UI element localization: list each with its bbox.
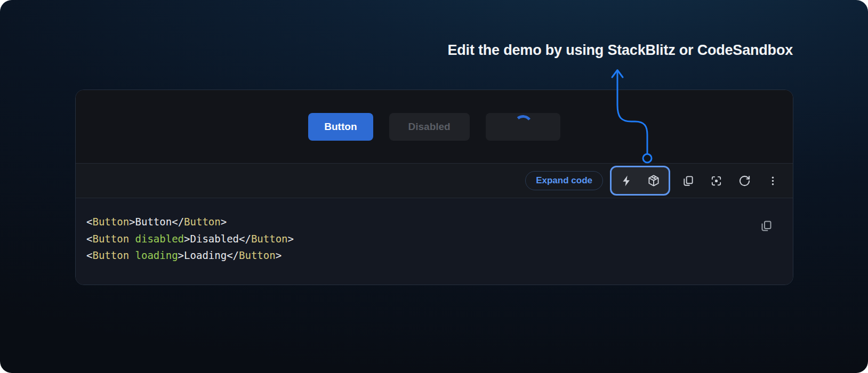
code-token: <	[86, 216, 92, 228]
code-token: <	[86, 249, 92, 261]
code-token: >	[276, 249, 282, 261]
primary-button[interactable]: Button	[308, 113, 373, 141]
disabled-button[interactable]: Disabled	[389, 113, 470, 141]
annotation-title: Edit the demo by using StackBlitz or Cod…	[448, 42, 793, 59]
codesandbox-icon[interactable]	[647, 174, 660, 187]
code-token: </	[172, 216, 184, 228]
code-line: <Button disabled>Disabled</Button>	[86, 231, 761, 248]
code-token: >	[221, 216, 227, 228]
code-token: <	[86, 233, 92, 245]
code-token: Disabled	[190, 233, 239, 245]
expand-code-button[interactable]: Expand code	[525, 171, 603, 190]
inspect-icon[interactable]	[710, 174, 722, 187]
code-token: Button	[92, 233, 129, 245]
more-icon[interactable]	[766, 174, 779, 187]
code-token: Button	[251, 233, 288, 245]
documentation-screen: Edit the demo by using StackBlitz or Cod…	[0, 0, 868, 373]
code-token: >	[129, 216, 135, 228]
code-token: Button	[184, 216, 221, 228]
code-token: Button	[92, 216, 129, 228]
code-token: >	[288, 233, 294, 245]
stackblitz-icon[interactable]	[620, 174, 633, 187]
code-line: <Button>Button</Button>	[86, 214, 761, 231]
code-token: >	[184, 233, 190, 245]
code-token: Button	[92, 249, 129, 261]
code-token: Loading	[184, 249, 227, 261]
loading-spinner-icon	[512, 114, 534, 135]
code-token: disabled	[129, 233, 184, 245]
demo-card: Button Disabled Expand code	[75, 90, 793, 285]
demo-toolbar: Expand code	[76, 163, 793, 198]
copy-icon[interactable]	[681, 174, 694, 187]
toolbar-icon-row	[681, 174, 779, 187]
code-block: <Button>Button</Button><Button disabled>…	[76, 198, 793, 285]
code-lines: <Button>Button</Button><Button disabled>…	[86, 214, 761, 264]
code-token: Button	[239, 249, 276, 261]
demo-preview-area: Button Disabled	[76, 90, 793, 163]
refresh-icon[interactable]	[738, 174, 751, 187]
code-token: </	[227, 249, 239, 261]
loading-button[interactable]	[486, 113, 560, 141]
code-line: <Button loading>Loading</Button>	[86, 247, 761, 264]
code-token: loading	[129, 249, 178, 261]
code-token: >	[178, 249, 184, 261]
code-token: Button	[135, 216, 172, 228]
code-token: </	[239, 233, 251, 245]
copy-code-icon[interactable]	[760, 220, 773, 232]
sandbox-icon-group	[610, 166, 670, 196]
